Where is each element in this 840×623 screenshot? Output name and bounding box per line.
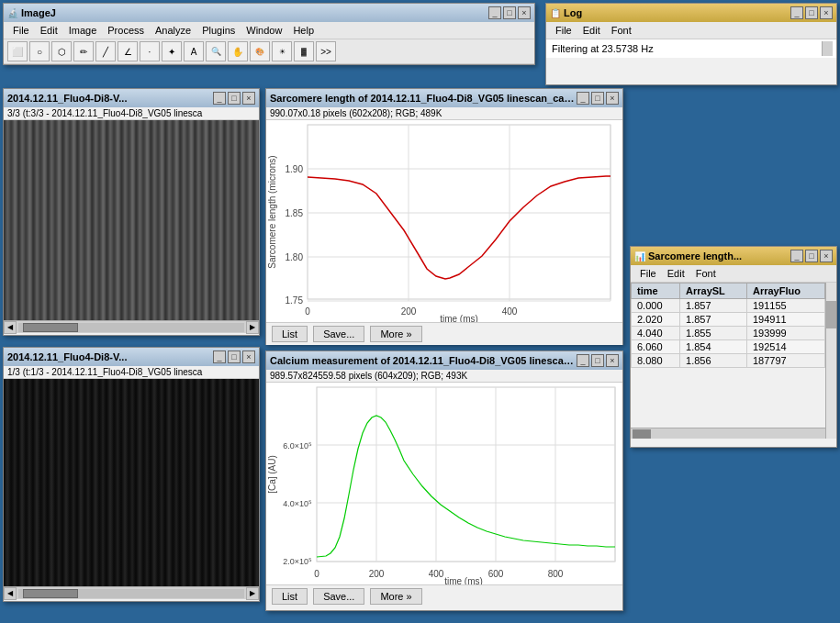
img2-scroll-track[interactable] [18,589,244,598]
datatable-maximize-btn[interactable]: □ [805,250,818,262]
img1-maximize-btn[interactable]: □ [228,92,241,105]
img2-scroll-right[interactable]: ▶ [246,587,259,600]
img1-titlebar: 2014.12.11_Fluo4-Di8-V... _ □ × [4,89,259,107]
chart1-minimize-btn[interactable]: _ [577,92,589,105]
imagej-maximize-btn[interactable]: □ [503,6,516,19]
chart1-title: Sarcomere length of 2014.12.11_Fluo4-Di8… [270,93,577,104]
menu-image[interactable]: Image [63,24,103,37]
img2-scrollbar[interactable]: ◀ ▶ [4,586,259,599]
tool-wand[interactable]: ✦ [162,41,182,61]
tool-lut[interactable]: ▓ [294,41,314,61]
img1-canvas[interactable] [4,120,259,320]
menu-file[interactable]: File [7,24,35,37]
chart1-maximize-btn[interactable]: □ [591,92,604,105]
datatable-titlebar: 📊 Sarcomere length... _ □ × [631,247,836,265]
log-maximize-btn[interactable]: □ [805,6,818,19]
datatable-hscrollbar[interactable] [631,428,825,439]
img2-maximize-btn[interactable]: □ [228,350,241,363]
chart2-minimize-btn[interactable]: _ [577,354,589,367]
img1-minimize-btn[interactable]: _ [213,92,226,105]
img2-scroll-thumb [23,589,78,598]
log-close-btn[interactable]: × [820,6,833,19]
img1-scrollbar[interactable]: ◀ ▶ [4,320,259,333]
chart2-area: 6.0×10⁵ 4.0×10⁵ 2.0×10⁵ 0 200 400 600 80… [266,383,622,584]
cell-time-4: 8.080 [632,354,680,368]
chart2-more-btn[interactable]: More » [370,588,421,605]
tool-freehand[interactable]: ✏ [73,41,94,61]
menu-plugins[interactable]: Plugins [196,24,241,37]
datatable-content: time ArraySL ArrayFluo 0.000 1.857 19115… [631,283,836,439]
img2-controls: _ □ × [213,350,255,363]
imagej-close-btn[interactable]: × [518,6,531,19]
chart2-maximize-btn[interactable]: □ [591,354,604,367]
img1-scroll-track[interactable] [18,323,244,332]
tool-brightness[interactable]: ☀ [272,41,292,61]
svg-text:1.80: 1.80 [286,252,304,262]
chart2-close-btn[interactable]: × [606,354,619,367]
svg-text:4.0×10⁵: 4.0×10⁵ [283,499,312,508]
img1-scroll-thumb [23,323,78,332]
tool-hand[interactable]: ✋ [228,41,248,61]
tool-line[interactable]: ╱ [95,41,116,61]
log-menu-font[interactable]: Font [606,24,637,37]
tool-text[interactable]: A [184,41,204,61]
menu-analyze[interactable]: Analyze [150,24,196,37]
tool-point[interactable]: · [140,41,160,61]
log-menu-edit[interactable]: Edit [577,24,606,37]
table-row: 6.060 1.854 192514 [632,340,825,354]
img1-scroll-left[interactable]: ◀ [4,321,17,334]
chart2-list-btn[interactable]: List [272,588,308,605]
tool-color[interactable]: 🎨 [250,41,270,61]
log-minimize-btn[interactable]: _ [790,6,803,19]
cell-time-2: 4.040 [632,327,680,340]
svg-rect-17 [317,387,615,562]
menu-edit[interactable]: Edit [35,24,63,37]
menu-help[interactable]: Help [287,24,319,37]
image-window-1: 2014.12.11_Fluo4-Di8-V... _ □ × 3/3 (t:3… [3,88,260,336]
img1-close-btn[interactable]: × [242,92,255,105]
datatable-minimize-btn[interactable]: _ [790,250,803,262]
img2-close-btn[interactable]: × [242,350,255,363]
svg-text:1.85: 1.85 [286,208,304,218]
col-header-arraysl: ArraySL [680,284,747,299]
tool-more[interactable]: >> [316,41,336,61]
log-window-controls: _ □ × [790,6,833,19]
cell-sl-3: 1.854 [680,340,747,354]
chart1-close-btn[interactable]: × [606,92,619,105]
chart2-titlebar: Calcium measurement of 2014.12.11_Fluo4-… [266,351,622,370]
chart2-save-btn[interactable]: Save... [313,588,364,605]
svg-text:400: 400 [502,306,518,317]
datatable-scrollbar[interactable] [825,283,836,439]
svg-text:800: 800 [548,569,564,579]
svg-rect-0 [308,125,610,299]
datatable-close-btn[interactable]: × [820,250,833,262]
datatable-title: Sarcomere length... [648,250,790,261]
dt-menu-file[interactable]: File [634,267,662,280]
svg-text:400: 400 [429,569,444,579]
chart1-more-btn[interactable]: More » [370,326,421,342]
tool-oval[interactable]: ○ [29,41,50,61]
tool-polygon[interactable]: ⬡ [51,41,72,61]
tool-zoom[interactable]: 🔍 [206,41,226,61]
log-menu-file[interactable]: File [550,24,577,37]
svg-text:6.0×10⁵: 6.0×10⁵ [283,441,312,451]
img2-scroll-left[interactable]: ◀ [4,587,17,600]
tool-angle[interactable]: ∠ [118,41,138,61]
svg-text:time (ms): time (ms) [444,576,483,584]
log-scrollbar[interactable] [822,41,833,56]
chart1-list-btn[interactable]: List [272,326,308,342]
img1-scroll-right[interactable]: ▶ [246,321,259,334]
chart2-header: 989.57x824559.58 pixels (604x209); RGB; … [266,370,622,383]
cell-sl-1: 1.857 [680,313,747,327]
dt-menu-edit[interactable]: Edit [662,267,690,280]
dt-menu-font[interactable]: Font [690,267,722,280]
tool-rect[interactable]: ⬜ [7,41,28,61]
imagej-minimize-btn[interactable]: _ [488,6,501,19]
img2-canvas[interactable] [4,379,259,586]
menu-window[interactable]: Window [241,24,287,37]
menu-process[interactable]: Process [102,24,150,37]
chart1-save-btn[interactable]: Save... [313,326,364,342]
cell-fluo-0: 191155 [747,299,825,313]
chart1-svg: 1.90 1.85 1.80 1.75 0 200 400 Sarcomere … [266,120,624,322]
img2-minimize-btn[interactable]: _ [213,350,226,363]
